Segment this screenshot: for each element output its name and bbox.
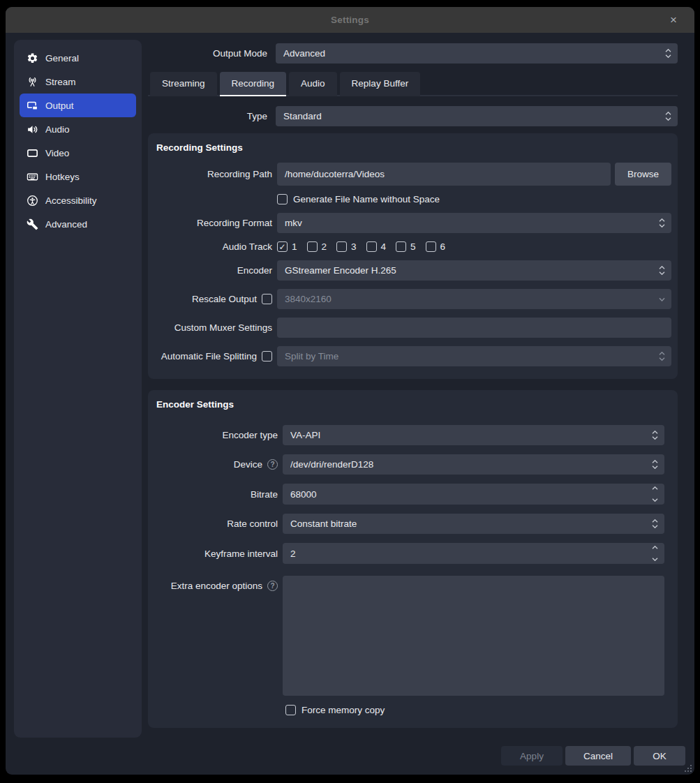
encoder-settings-group: Encoder Settings Encoder type VA-API Dev… <box>148 390 678 728</box>
bitrate-row: Bitrate 68000 <box>155 484 664 505</box>
dialog-footer: Apply Cancel OK <box>501 746 685 766</box>
sidebar-item-audio[interactable]: Audio <box>20 117 136 141</box>
sidebar-item-label: Advanced <box>45 219 87 230</box>
audio-track-5-checkbox[interactable] <box>396 241 406 252</box>
close-icon[interactable]: × <box>664 7 683 33</box>
type-select[interactable]: Standard <box>276 106 678 126</box>
rescale-output-checkbox[interactable] <box>262 294 272 304</box>
help-icon[interactable]: ? <box>267 459 278 470</box>
spin-down-icon[interactable] <box>652 558 658 561</box>
keyframe-interval-spinbox[interactable]: 2 <box>283 543 664 564</box>
audio-track-4-checkbox[interactable] <box>366 241 377 252</box>
chevron-up-down-icon <box>646 519 658 528</box>
browse-button[interactable]: Browse <box>615 163 671 186</box>
extra-options-row: Extra encoder options ? <box>155 576 664 696</box>
device-row: Device ? /dev/dri/renderD128 <box>155 454 664 475</box>
output-tabs: Streaming Recording Audio Replay Buffer <box>148 72 678 96</box>
rescale-resolution-select[interactable]: 3840x2160 <box>277 289 671 309</box>
keyframe-interval-row: Keyframe interval 2 <box>155 543 664 564</box>
resize-grip[interactable] <box>684 764 692 773</box>
rescale-output-row: Rescale Output 3840x2160 <box>155 289 671 309</box>
audio-track-2-checkbox[interactable] <box>307 241 318 252</box>
encoder-row: Encoder GStreamer Encoder H.265 <box>155 260 671 281</box>
bitrate-label: Bitrate <box>155 489 278 500</box>
output-display-icon <box>26 99 38 112</box>
sidebar-item-label: General <box>45 53 79 64</box>
accessibility-icon <box>26 194 38 207</box>
encoder-type-select[interactable]: VA-API <box>283 425 664 445</box>
recording-path-input[interactable]: /home/ducoterra/Videos <box>277 163 611 186</box>
encoder-settings-title: Encoder Settings <box>156 399 671 410</box>
device-label: Device <box>234 459 262 470</box>
tab-replay-buffer[interactable]: Replay Buffer <box>340 72 421 96</box>
type-row: Type Standard <box>148 106 678 126</box>
chevron-up-down-icon <box>660 49 671 58</box>
recording-format-select[interactable]: mkv <box>277 213 671 233</box>
type-value: Standard <box>283 111 660 121</box>
rate-control-select[interactable]: Constant bitrate <box>283 514 664 534</box>
monitor-icon <box>26 147 38 159</box>
output-mode-label: Output Mode <box>148 48 267 59</box>
keyboard-icon <box>26 170 38 183</box>
chevron-up-down-icon <box>653 352 665 361</box>
help-icon[interactable]: ? <box>267 581 278 591</box>
antenna-icon <box>26 75 38 88</box>
tab-streaming[interactable]: Streaming <box>150 72 217 96</box>
chevron-up-down-icon <box>653 218 665 228</box>
output-mode-value: Advanced <box>283 48 660 59</box>
encoder-label: Encoder <box>155 265 272 276</box>
custom-muxer-input[interactable] <box>277 318 671 338</box>
recording-path-row: Recording Path /home/ducoterra/Videos Br… <box>155 163 671 186</box>
rescale-output-label: Rescale Output <box>192 294 257 304</box>
sidebar-item-stream[interactable]: Stream <box>20 70 136 94</box>
device-select[interactable]: /dev/dri/renderD128 <box>283 454 664 475</box>
cancel-button[interactable]: Cancel <box>565 746 631 766</box>
chevron-up-down-icon <box>646 460 658 469</box>
type-label: Type <box>148 111 267 121</box>
chevron-up-down-icon <box>653 266 665 275</box>
output-mode-select[interactable]: Advanced <box>276 43 678 64</box>
custom-muxer-row: Custom Muxer Settings <box>155 318 671 338</box>
sidebar-item-label: Stream <box>45 77 76 87</box>
auto-split-label: Automatic File Splitting <box>161 351 257 361</box>
sidebar-item-hotkeys[interactable]: Hotkeys <box>20 165 136 188</box>
speaker-icon <box>26 123 38 135</box>
generate-no-space-checkbox[interactable] <box>277 194 288 204</box>
title-bar: Settings × <box>6 7 694 33</box>
audio-track-6-checkbox[interactable] <box>426 241 436 252</box>
sidebar-item-accessibility[interactable]: Accessibility <box>20 188 136 212</box>
tab-audio[interactable]: Audio <box>289 72 337 96</box>
tab-recording[interactable]: Recording <box>220 72 287 96</box>
encoder-type-row: Encoder type VA-API <box>155 425 664 445</box>
force-memory-copy-checkbox[interactable] <box>285 705 296 715</box>
encoder-select[interactable]: GStreamer Encoder H.265 <box>277 260 671 281</box>
sidebar-item-output[interactable]: Output <box>20 94 136 117</box>
recording-format-row: Recording Format mkv <box>155 213 671 233</box>
keyframe-interval-label: Keyframe interval <box>155 549 278 559</box>
spin-down-icon[interactable] <box>652 498 658 502</box>
sidebar-item-video[interactable]: Video <box>20 141 136 165</box>
auto-split-mode-select[interactable]: Split by Time <box>277 346 671 366</box>
settings-sidebar: General Stream Output Audio Video Hotkey… <box>14 40 142 738</box>
sidebar-item-label: Output <box>45 100 74 111</box>
apply-button[interactable]: Apply <box>501 746 563 766</box>
output-mode-row: Output Mode Advanced <box>148 43 678 64</box>
recording-path-label: Recording Path <box>155 169 272 179</box>
audio-track-1-checkbox[interactable] <box>277 241 288 252</box>
sidebar-item-label: Accessibility <box>45 195 97 206</box>
sidebar-item-general[interactable]: General <box>20 46 136 70</box>
audio-track-3-checkbox[interactable] <box>336 241 347 252</box>
sidebar-item-label: Audio <box>45 124 70 135</box>
encoder-type-label: Encoder type <box>155 430 278 440</box>
extra-options-textarea[interactable] <box>283 576 664 696</box>
settings-window: Settings × General Stream Output Audio V… <box>6 7 694 775</box>
extra-options-label: Extra encoder options <box>171 581 262 591</box>
sidebar-item-advanced[interactable]: Advanced <box>20 212 136 236</box>
ok-button[interactable]: OK <box>634 746 685 766</box>
recording-format-label: Recording Format <box>155 218 272 228</box>
spin-up-icon[interactable] <box>652 486 658 490</box>
chevron-up-down-icon <box>660 112 671 121</box>
spin-up-icon[interactable] <box>652 546 658 549</box>
auto-split-checkbox[interactable] <box>262 351 272 361</box>
bitrate-spinbox[interactable]: 68000 <box>283 484 664 505</box>
